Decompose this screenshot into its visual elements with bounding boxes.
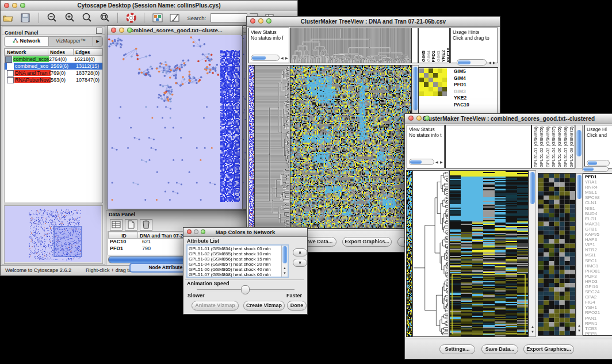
gene-label-MSI1[interactable]: MSI1 [585, 252, 600, 258]
move-down-button[interactable]: ∨ [293, 259, 307, 267]
treeview2-column-dendrogram[interactable] [445, 125, 531, 168]
help-ring-icon[interactable] [125, 12, 137, 24]
save-data-button[interactable]: Save Data... [481, 344, 518, 354]
gene-label-MSL1[interactable]: MSL1 [585, 190, 600, 195]
gene-label-GIM5[interactable]: GIM5 [454, 68, 469, 75]
annotation-icon[interactable] [169, 12, 181, 24]
treeview2-heatmap[interactable] [449, 170, 529, 337]
move-up-button[interactable]: ∧ [293, 248, 307, 256]
gene-list-vscrollbar[interactable]: ▲ ▼ [576, 173, 583, 336]
gene-label-YRA1[interactable]: YRA1 [585, 179, 600, 185]
gene-label-ELG1[interactable]: ELG1 [585, 216, 600, 221]
scroll-up-icon[interactable]: ▲ [531, 325, 534, 328]
gene-list-hscrollbar[interactable] [582, 166, 609, 172]
gene-label-SPC98[interactable]: SPC98 [585, 195, 600, 200]
zoom-window-icon[interactable] [424, 116, 430, 121]
save-session-icon[interactable] [19, 12, 32, 24]
delete-attribute-icon[interactable] [140, 219, 152, 231]
close-icon[interactable] [250, 18, 255, 24]
gene-label-HAP3[interactable]: HAP3 [585, 237, 600, 242]
scroll-right-icon[interactable]: ▶ [493, 61, 496, 64]
gene-label-TCB3[interactable]: TCB3 [585, 326, 600, 331]
gene-label-HMG1[interactable]: HMG1 [585, 263, 600, 269]
gene-label-RPN1[interactable]: RPN1 [585, 321, 600, 326]
treeview2-global-strip[interactable] [406, 170, 412, 337]
export-graphics-button[interactable]: Export Graphics... [523, 344, 574, 354]
attribute-list-vscrollbar[interactable]: ▲ ▼ [281, 246, 288, 277]
treeview2-top-vscrollbar[interactable] [575, 125, 583, 168]
scroll-down-icon[interactable]: ▼ [531, 330, 534, 334]
scroll-right-icon[interactable]: ▶ [285, 56, 288, 60]
gene-label-YSH1[interactable]: YSH1 [585, 305, 600, 310]
gene-label-FIG4[interactable]: FIG4 [585, 300, 600, 305]
attribute-list-item[interactable]: GPL51-06 (GSM865) heat shock 40 min [189, 267, 280, 272]
scroll-up-icon[interactable]: ▲ [283, 266, 286, 270]
close-icon[interactable] [187, 229, 192, 234]
export-graphics-button[interactable]: Export Graphics... [342, 237, 392, 247]
gene-label-YKE2[interactable]: YKE2 [454, 95, 469, 102]
gene-label-BUD4[interactable]: BUD4 [585, 211, 600, 216]
col-header-nodes[interactable]: Nodes [48, 48, 74, 56]
tab-overflow-arrow[interactable]: ▶ [93, 37, 102, 46]
close-icon[interactable] [111, 28, 116, 33]
speed-slider-thumb[interactable] [241, 285, 250, 294]
gene-label-PHO81[interactable]: PHO81 [585, 269, 600, 274]
gene-label-PAC10[interactable]: PAC10 [454, 102, 469, 109]
gene-label-GIM3[interactable]: GIM3 [454, 89, 469, 95]
treeview2-vscrollbar[interactable]: ▲ ▼ [529, 170, 536, 337]
gene-label-GPI16[interactable]: GPI16 [585, 284, 600, 289]
network-row-combined_scores[interactable]: combined_scores2764(0)16218(0) [5, 56, 102, 63]
main-titlebar[interactable]: Cytoscape Desktop (Session Name: collins… [1, 1, 297, 12]
network-overview[interactable] [4, 205, 103, 264]
gene-label-NTR2[interactable]: NTR2 [585, 247, 600, 252]
treeview1-column-dendrogram[interactable] [290, 28, 412, 63]
gene-label-KAP95[interactable]: KAP95 [585, 232, 600, 237]
animate-vizmap-button[interactable]: Animate Vizmap [192, 301, 239, 311]
minimize-icon[interactable] [12, 3, 17, 8]
settings-button[interactable]: Settings... [439, 344, 475, 354]
gene-label-HRD3[interactable]: HRD3 [585, 279, 600, 284]
zoom-window-icon[interactable] [266, 18, 271, 24]
zoom-in-icon[interactable] [63, 12, 76, 24]
create-vizmap-button[interactable]: Create Vizmap [243, 301, 285, 311]
zoom-selected-icon[interactable] [98, 12, 111, 24]
network-row-combined_sco[interactable]: combined_sco2569(6)13112(15) [5, 63, 102, 70]
gene-label-PEP5[interactable]: PEP5 [585, 331, 600, 336]
usage-hints-hscrollbar[interactable] [587, 160, 610, 166]
gene-label-GTB1[interactable]: GTB1 [585, 227, 600, 232]
search-input[interactable] [211, 13, 247, 22]
treeview2-zoom-panel[interactable] [538, 173, 576, 336]
minimize-icon[interactable] [119, 28, 124, 33]
gene-label-SEC1[interactable]: SEC1 [585, 258, 600, 263]
zoom-window-icon[interactable] [201, 229, 205, 234]
select-attributes-icon[interactable] [110, 219, 123, 231]
scroll-down-icon[interactable]: ▼ [577, 329, 581, 332]
gene-label-GIM4[interactable]: GIM4 [454, 75, 469, 82]
open-file-icon[interactable] [2, 12, 14, 24]
zoom-out-icon[interactable] [45, 12, 58, 24]
gene-label-SEC24[interactable]: SEC24 [585, 289, 600, 294]
attribute-list-item[interactable]: GPL51-02 (GSM855) heat shock 10 min [189, 251, 280, 256]
scroll-left-icon[interactable]: ◀ [281, 56, 284, 60]
treeview1-row-dendrogram[interactable] [254, 65, 290, 229]
scroll-right-icon[interactable]: ▶ [440, 160, 443, 164]
col-header-edges[interactable]: Edges [74, 48, 102, 56]
network-view-titlebar[interactable]: combined_scores_good.txt--cluste... [108, 26, 242, 36]
treeview1-heatmap[interactable] [290, 65, 412, 229]
view-status-hscrollbar[interactable] [251, 55, 280, 61]
done-button[interactable]: Done [287, 301, 307, 311]
new-attribute-icon[interactable] [125, 219, 137, 231]
col-header-network[interactable]: Network [5, 48, 48, 56]
attribute-list-item[interactable]: GPL51-04 (GSM857) heat shock 20 min [189, 262, 280, 267]
gene-label-PAN1[interactable]: PAN1 [585, 316, 600, 321]
treeview2-row-dendrogram[interactable] [412, 170, 449, 337]
zoom-fit-icon[interactable] [81, 12, 93, 24]
zoom-window-icon[interactable] [20, 3, 25, 8]
minimize-icon[interactable] [258, 18, 263, 24]
gene-label-CPA2[interactable]: CPA2 [585, 294, 600, 300]
treeview1-global-strip[interactable] [248, 65, 254, 229]
network-canvas[interactable] [108, 35, 241, 208]
network-overview-canvas[interactable] [5, 206, 101, 262]
tab-network[interactable]: Network [5, 37, 49, 46]
attribute-list-item[interactable]: GPL51-01 (GSM854) heat shock 05 min [189, 246, 280, 251]
